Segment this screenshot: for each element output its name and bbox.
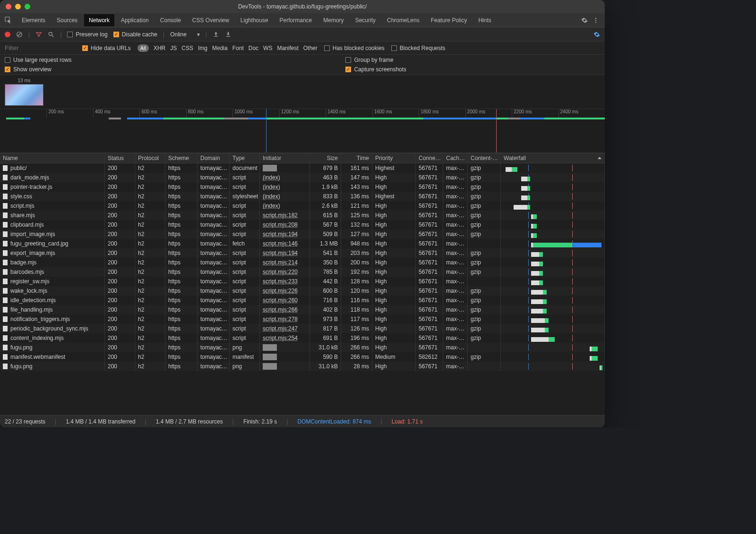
capture-screenshots-checkbox[interactable]: Capture screenshots <box>345 66 406 73</box>
tab-css-overview[interactable]: CSS Overview <box>188 14 234 26</box>
col-scheme[interactable]: Scheme <box>165 153 198 163</box>
table-row[interactable]: script.mjs200h2httpstomayac…script(index… <box>0 201 605 211</box>
overview-timeline[interactable]: 200 ms400 ms600 ms800 ms1000 ms1200 ms14… <box>0 109 605 153</box>
upload-icon[interactable] <box>213 31 219 38</box>
record-button[interactable] <box>5 32 10 37</box>
table-row[interactable]: file_handling.mjs200h2httpstomayac…scrip… <box>0 305 605 314</box>
filter-type-xhr[interactable]: XHR <box>154 45 165 51</box>
cell-content-enc: gzip <box>468 324 501 333</box>
table-row[interactable]: manifest.webmanifest200h2httpstomayac…ma… <box>0 352 605 362</box>
disable-cache-checkbox[interactable]: Disable cache <box>113 31 157 38</box>
col-conne-[interactable]: Conne… <box>416 153 443 163</box>
col-waterfall[interactable]: Waterfall <box>501 153 605 163</box>
table-row[interactable]: export_image.mjs200h2httpstomayac…script… <box>0 248 605 258</box>
download-icon[interactable] <box>225 31 232 38</box>
col-time[interactable]: Time <box>341 153 372 163</box>
table-row[interactable]: badge.mjs200h2httpstomayac…scriptscript.… <box>0 258 605 267</box>
cell-time: 196 ms <box>341 333 372 343</box>
cell-time: 28 ms <box>341 362 372 371</box>
filter-input[interactable] <box>5 44 76 51</box>
col-name[interactable]: Name <box>0 153 105 163</box>
throttle-select[interactable]: Online▾ <box>170 31 200 38</box>
filter-type-manifest[interactable]: Manifest <box>277 45 298 51</box>
tab-console[interactable]: Console <box>155 14 186 26</box>
col-size[interactable]: Size <box>310 153 341 163</box>
table-row[interactable]: dark_mode.mjs200h2httpstomayac…script(in… <box>0 173 605 182</box>
has-blocked-cookies-checkbox[interactable]: Has blocked cookies <box>324 45 385 51</box>
settings-icon[interactable] <box>581 17 588 24</box>
filter-type-js[interactable]: JS <box>170 45 177 51</box>
kebab-icon[interactable] <box>593 17 599 24</box>
cell-size: 817 B <box>310 324 341 333</box>
filter-type-other[interactable]: Other <box>303 45 318 51</box>
cell-status: 200 <box>105 352 135 362</box>
table-row[interactable]: style.css200h2httpstomayac…stylesheet(in… <box>0 192 605 201</box>
requests-table: NameStatusProtocolSchemeDomainTypeInitia… <box>0 153 605 415</box>
table-row[interactable]: public/200h2httpstomayac…documentOther87… <box>0 163 605 173</box>
tab-security[interactable]: Security <box>351 14 380 26</box>
table-row[interactable]: barcodes.mjs200h2httpstomayac…scriptscri… <box>0 267 605 277</box>
table-row[interactable]: periodic_background_sync.mjs200h2httpsto… <box>0 324 605 333</box>
table-row[interactable]: idle_detection.mjs200h2httpstomayac…scri… <box>0 296 605 305</box>
network-settings-icon[interactable] <box>593 31 600 38</box>
tab-performance[interactable]: Performance <box>275 14 317 26</box>
cell-waterfall <box>501 277 605 286</box>
tab-hints[interactable]: Hints <box>473 14 496 26</box>
table-row[interactable]: share.mjs200h2httpstomayac…scriptscript.… <box>0 211 605 220</box>
col-domain[interactable]: Domain <box>198 153 230 163</box>
cell-connection: 567671 <box>416 248 443 258</box>
filter-icon[interactable] <box>35 31 42 38</box>
filter-type-media[interactable]: Media <box>212 45 228 51</box>
tab-memory[interactable]: Memory <box>318 14 348 26</box>
cell-initiator: script.mjs:260 <box>260 296 310 305</box>
show-overview-checkbox[interactable]: Show overview <box>5 66 71 73</box>
tab-application[interactable]: Application <box>116 14 154 26</box>
col-type[interactable]: Type <box>230 153 260 163</box>
filter-type-img[interactable]: Img <box>198 45 207 51</box>
table-row[interactable]: fugu.png200h2httpstomayac…pngOther31.0 k… <box>0 343 605 352</box>
cell-connection: 567671 <box>416 343 443 352</box>
tab-network[interactable]: Network <box>84 14 114 26</box>
filter-type-ws[interactable]: WS <box>263 45 272 51</box>
col-protocol[interactable]: Protocol <box>135 153 165 163</box>
col-status[interactable]: Status <box>105 153 135 163</box>
col-initiator[interactable]: Initiator <box>260 153 310 163</box>
filter-type-css[interactable]: CSS <box>181 45 193 51</box>
large-rows-checkbox[interactable]: Use large request rows <box>5 57 71 63</box>
table-row[interactable]: clipboard.mjs200h2httpstomayac…scriptscr… <box>0 220 605 229</box>
col-priority[interactable]: Priority <box>372 153 416 163</box>
table-row[interactable]: notification_triggers.mjs200h2httpstomay… <box>0 314 605 324</box>
filter-type-font[interactable]: Font <box>232 45 244 51</box>
blocked-requests-checkbox[interactable]: Blocked Requests <box>391 45 446 51</box>
tab-sources[interactable]: Sources <box>52 14 82 26</box>
tab-chromelens[interactable]: ChromeLens <box>382 14 424 26</box>
ruler-tick: 600 ms <box>139 109 157 118</box>
hide-data-urls-checkbox[interactable]: Hide data URLs <box>82 45 131 51</box>
tab-feature-policy[interactable]: Feature Policy <box>426 14 472 26</box>
cell-waterfall <box>501 286 605 296</box>
col-cach-[interactable]: Cach… <box>443 153 468 163</box>
screenshot-thumb[interactable]: 13 ms <box>5 78 43 106</box>
table-row[interactable]: register_sw.mjs200h2httpstomayac…scripts… <box>0 277 605 286</box>
table-row[interactable]: import_image.mjs200h2httpstomayac…script… <box>0 229 605 239</box>
filter-type-all[interactable]: All <box>137 44 149 52</box>
cell-size: 541 B <box>310 248 341 258</box>
cell-cache: max-… <box>443 352 468 362</box>
tab-elements[interactable]: Elements <box>17 14 50 26</box>
filter-type-doc[interactable]: Doc <box>249 45 258 51</box>
inspect-icon[interactable] <box>3 15 14 26</box>
table-row[interactable]: fugu.png200h2httpstomayac…pngOther31.0 k… <box>0 362 605 371</box>
search-icon[interactable] <box>48 31 54 38</box>
table-row[interactable]: content_indexing.mjs200h2httpstomayac…sc… <box>0 333 605 343</box>
preserve-log-checkbox[interactable]: Preserve log <box>67 31 107 38</box>
table-row[interactable]: wake_lock.mjs200h2httpstomayac…scriptscr… <box>0 286 605 296</box>
group-frame-checkbox[interactable]: Group by frame <box>345 57 406 63</box>
table-row[interactable]: pointer-tracker.js200h2httpstomayac…scri… <box>0 182 605 192</box>
clear-icon[interactable] <box>16 31 23 38</box>
cell-initiator: script.mjs:220 <box>260 267 310 277</box>
col-content-[interactable]: Content-… <box>468 153 501 163</box>
network-toolbar: | | Preserve log Disable cache | Online▾… <box>0 27 605 42</box>
tab-lighthouse[interactable]: Lighthouse <box>236 14 273 26</box>
cell-cache: max-… <box>443 182 468 192</box>
table-row[interactable]: fugu_greeting_card.jpg200h2httpstomayac…… <box>0 239 605 248</box>
